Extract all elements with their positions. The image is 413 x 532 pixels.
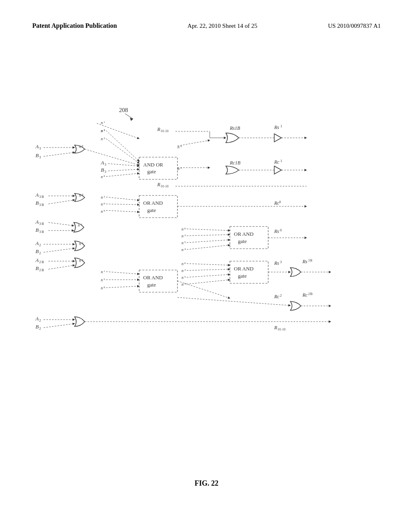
svg-text:n: n — [101, 202, 103, 206]
svg-line-28 — [106, 173, 139, 177]
svg-text:n: n — [181, 227, 184, 231]
svg-text:B: B — [35, 152, 39, 158]
svg-text:R: R — [157, 127, 161, 132]
svg-text:gate: gate — [147, 282, 156, 288]
svg-text:n: n — [101, 137, 103, 141]
svg-text:n: n — [79, 144, 81, 149]
svg-text:A: A — [100, 160, 104, 166]
svg-line-59 — [48, 200, 75, 204]
svg-text:n: n — [101, 175, 103, 179]
svg-text:n: n — [181, 241, 184, 245]
page-header: Patent Application Publication Apr. 22, … — [0, 22, 413, 29]
svg-text:01-10: 01-10 — [278, 328, 286, 331]
svg-text:Rs: Rs — [302, 259, 307, 264]
svg-line-173 — [44, 324, 75, 328]
svg-text:n: n — [101, 129, 103, 133]
svg-text:2: 2 — [308, 292, 310, 296]
svg-text:6: 6 — [82, 258, 83, 262]
svg-text:2: 2 — [39, 243, 41, 247]
svg-line-19 — [106, 139, 139, 163]
svg-text:AND OR: AND OR — [143, 162, 163, 168]
svg-text:Rc1B: Rc1B — [229, 160, 241, 166]
svg-line-31 — [177, 140, 210, 146]
svg-text:n: n — [101, 195, 103, 200]
svg-rect-120 — [230, 227, 268, 249]
svg-text:1: 1 — [280, 124, 282, 128]
svg-text:Rs: Rs — [274, 125, 279, 130]
svg-rect-138 — [230, 261, 268, 283]
svg-marker-44 — [274, 134, 282, 142]
svg-text:B: B — [35, 324, 39, 330]
svg-text:n: n — [79, 241, 81, 246]
svg-text:2: 2 — [39, 260, 41, 264]
svg-text:2: 2 — [81, 223, 82, 226]
svg-text:gate: gate — [238, 238, 247, 244]
svg-text:n: n — [101, 121, 103, 125]
svg-text:B: B — [42, 195, 44, 199]
svg-text:3: 3 — [39, 203, 41, 207]
svg-marker-1 — [130, 118, 133, 121]
svg-text:gate: gate — [147, 168, 156, 175]
svg-text:B: B — [42, 260, 44, 264]
svg-line-152 — [187, 280, 230, 284]
svg-text:5: 5 — [184, 241, 186, 244]
svg-marker-50 — [274, 166, 282, 174]
svg-line-134 — [187, 245, 230, 249]
svg-text:A: A — [35, 316, 39, 322]
svg-line-0 — [125, 114, 133, 119]
svg-text:4: 4 — [184, 247, 186, 251]
svg-line-73 — [106, 210, 139, 212]
svg-text:5: 5 — [82, 241, 83, 245]
svg-text:3: 3 — [104, 170, 106, 174]
svg-text:A: A — [35, 143, 39, 150]
svg-text:A: A — [35, 240, 39, 246]
svg-text:B: B — [42, 230, 44, 234]
svg-text:01-10: 01-10 — [161, 129, 169, 133]
svg-text:OR AND: OR AND — [234, 231, 254, 237]
svg-text:3: 3 — [39, 146, 41, 150]
svg-text:Rs: Rs — [274, 229, 279, 234]
svg-text:3: 3 — [104, 162, 106, 166]
svg-text:OR AND: OR AND — [143, 274, 163, 281]
svg-line-125 — [187, 229, 230, 231]
svg-text:3: 3 — [180, 166, 182, 170]
svg-text:B: B — [42, 222, 44, 226]
publication-number: US 2010/0097837 A1 — [328, 23, 381, 29]
publication-title: Patent Application Publication — [32, 22, 117, 29]
svg-text:n: n — [181, 234, 184, 238]
svg-text:9: 9 — [104, 209, 105, 212]
svg-text:3: 3 — [39, 155, 41, 159]
svg-text:01-10: 01-10 — [161, 185, 169, 188]
svg-text:3: 3 — [308, 259, 310, 262]
svg-text:2: 2 — [104, 195, 105, 198]
svg-text:B: B — [42, 203, 44, 207]
svg-text:0: 0 — [279, 200, 281, 204]
svg-text:OR AND: OR AND — [143, 200, 163, 206]
svg-text:1: 1 — [104, 270, 105, 273]
svg-text:3: 3 — [184, 268, 186, 272]
svg-text:Rs1B: Rs1B — [229, 125, 240, 131]
svg-text:n: n — [181, 247, 184, 252]
svg-text:n: n — [78, 223, 80, 227]
svg-text:2: 2 — [104, 137, 105, 140]
svg-line-113 — [106, 272, 139, 274]
svg-text:5: 5 — [184, 275, 186, 278]
svg-line-95 — [44, 248, 75, 252]
svg-text:OR AND: OR AND — [234, 266, 254, 272]
svg-rect-11 — [139, 157, 177, 179]
figure-label: FIG. 22 — [194, 479, 218, 488]
svg-line-163 — [177, 297, 290, 305]
svg-line-143 — [187, 264, 230, 265]
svg-line-16 — [106, 131, 139, 161]
svg-text:n: n — [177, 166, 179, 171]
svg-text:0: 0 — [280, 228, 282, 232]
svg-line-67 — [106, 197, 139, 200]
svg-line-149 — [187, 274, 230, 277]
svg-text:B: B — [35, 200, 39, 206]
svg-text:R: R — [274, 325, 277, 330]
svg-text:3: 3 — [184, 234, 186, 237]
svg-text:5: 5 — [104, 278, 105, 281]
svg-line-70 — [106, 204, 139, 205]
svg-text:Rc: Rc — [274, 159, 280, 165]
svg-text:A: A — [35, 257, 39, 263]
